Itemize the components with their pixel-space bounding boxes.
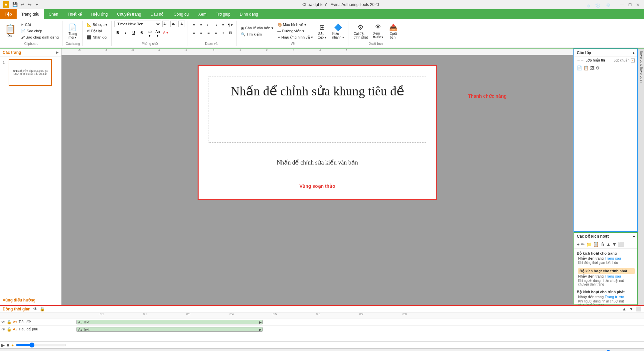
align-center[interactable]: ≡ xyxy=(198,29,205,36)
anim-play1-link-1[interactable]: Trang sau xyxy=(605,274,621,278)
font-name-select[interactable]: Times New Ron xyxy=(114,21,161,27)
tab-hieuung[interactable]: Hiệu ứng xyxy=(86,9,112,19)
anim-expand-icon[interactable]: ▸ xyxy=(633,234,635,239)
tab-congcu[interactable]: Công cụ xyxy=(169,9,194,19)
close-button[interactable]: ✕ xyxy=(635,1,641,8)
anim-delete-icon[interactable]: 🗑 xyxy=(600,242,605,247)
underline-button[interactable]: U xyxy=(130,29,137,36)
xemtruoc-button[interactable]: 👁 Xemtrước ▾ xyxy=(371,22,386,40)
tl-stop-btn[interactable]: ■ xyxy=(7,343,9,348)
tl-lock-icon[interactable]: 🔒 xyxy=(40,306,45,311)
track-eye-2[interactable]: 👁 xyxy=(1,327,5,332)
align-justify[interactable]: ≡ xyxy=(213,29,219,36)
title-frame[interactable]: Nhấn để chỉnh sửa khung tiêu đề xyxy=(209,76,426,143)
tim-kiem[interactable]: 🔍 Tìm kiếm xyxy=(240,32,275,37)
tl-marker-btn[interactable]: ● xyxy=(11,343,14,348)
tl-arrow-down-icon[interactable]: ▼ xyxy=(629,306,633,311)
extra-icon[interactable]: ▾ xyxy=(34,2,40,8)
minimize-button[interactable]: ─ xyxy=(619,1,625,8)
increase-indent-button[interactable]: ⇥ xyxy=(213,22,219,28)
cut-button[interactable]: ✂ Cắt xyxy=(20,22,60,28)
ab-button[interactable]: ab ▾ xyxy=(146,29,153,36)
redo-icon[interactable]: ↪ xyxy=(27,2,33,8)
anim-play2-link-1[interactable]: Trang trước xyxy=(605,295,624,299)
tl-zoom-slider[interactable] xyxy=(16,342,66,348)
align-left[interactable]: ≡ xyxy=(191,29,197,36)
tab-trangdau[interactable]: Trang đầu xyxy=(17,9,44,19)
duong-vien[interactable]: — Đường viền ▾ xyxy=(276,28,314,34)
list-number-button[interactable]: ≡ xyxy=(198,22,205,28)
layer-check-1[interactable] xyxy=(631,58,635,62)
canle-vanban[interactable]: ▣ Cân lề văn bản ▾ xyxy=(240,25,275,31)
align-right[interactable]: ≡ xyxy=(205,29,212,36)
font-size-reset[interactable]: A xyxy=(178,21,185,27)
anim-fullscreen-icon[interactable]: ⬜ xyxy=(618,242,624,247)
anim-edit-icon[interactable]: ✏ xyxy=(581,242,585,247)
datlai-button[interactable]: ↺ Đặt lại xyxy=(85,28,109,34)
copy-format-button[interactable]: 🖌 Sao chép định dạng xyxy=(20,35,60,40)
bold-button[interactable]: B xyxy=(114,29,121,36)
side-tab-dinhDang[interactable]: Định dạng định dạng xyxy=(639,49,644,85)
canle-button[interactable]: ≡ xyxy=(220,22,227,28)
hieu-ung-hinh[interactable]: ✦ Hiệu ứng hình vẽ ▾ xyxy=(276,35,314,40)
doan-button[interactable]: ¶ ▾ xyxy=(227,22,234,28)
track-bar-2[interactable]: Aↄ Text ▶ xyxy=(77,327,263,332)
image-layer-icon[interactable]: 🖼 xyxy=(590,65,594,70)
list-bullet-button[interactable]: ≡ xyxy=(191,22,197,28)
tl-expand-icon[interactable]: ⬜ xyxy=(636,306,641,311)
strikethrough-button[interactable]: S xyxy=(138,29,145,36)
anim-down-icon[interactable]: ▼ xyxy=(612,242,617,247)
tl-eye-icon[interactable]: 👁 xyxy=(33,306,38,311)
slide-canvas[interactable]: Nhấn để chỉnh sửa khung tiêu đề Nhấn để … xyxy=(198,65,437,200)
track-lock-2[interactable]: 🔒 xyxy=(7,327,12,332)
tab-thietke[interactable]: Thiết kế xyxy=(63,9,86,19)
sap-xep-button[interactable]: ⊞ Sắpxếp ▾ xyxy=(316,22,329,40)
copy-layer-icon[interactable]: 📋 xyxy=(583,65,589,70)
paste-button[interactable]: 📋 Dán xyxy=(3,23,18,39)
copy-button[interactable]: 📄 Sao chép xyxy=(20,28,60,34)
anim-page-link-1[interactable]: Trang sau xyxy=(605,256,621,260)
font-color-button[interactable]: A ▾ xyxy=(162,29,169,36)
tab-chuyentrang[interactable]: Chuyển trang xyxy=(112,9,146,19)
pages-expand-icon[interactable]: ▸ xyxy=(56,50,59,55)
settings-layer-icon[interactable]: ⚙ xyxy=(596,65,600,70)
mau-hinh-ve[interactable]: 🎨 Màu hình vẽ ▾ xyxy=(276,22,314,28)
tl-arrow-up-icon[interactable]: ▲ xyxy=(622,306,626,311)
columns[interactable]: ⊟ xyxy=(227,29,234,36)
anim-add-icon[interactable]: + xyxy=(577,242,579,247)
decrease-indent-button[interactable]: ⇤ xyxy=(205,22,212,28)
track-lock-1[interactable]: 🔒 xyxy=(7,320,12,324)
zoom-slider[interactable] xyxy=(598,350,624,351)
page-thumbnail-1[interactable]: Nhấn để chỉnh sửa khung tiêu đềNhấn để c… xyxy=(9,59,52,86)
track-content-2[interactable]: Aↄ Text ▶ xyxy=(77,326,644,333)
bocuc-button[interactable]: 📐 Bố cục ▾ xyxy=(85,22,109,28)
layers-expand-icon[interactable]: ▸ xyxy=(633,51,635,55)
anim-up-icon[interactable]: ▲ xyxy=(606,242,611,247)
tab-trogiup[interactable]: Trợ giúp xyxy=(211,9,235,19)
save-icon[interactable]: 💾 xyxy=(12,2,18,8)
nhandoi-button[interactable]: ⬛ Nhân đôi xyxy=(85,35,109,40)
anim-folder-icon[interactable]: 📁 xyxy=(586,242,592,247)
tl-play-btn[interactable]: ▶ xyxy=(1,343,5,348)
track-content-1[interactable]: Aↄ Text ▶ xyxy=(77,318,644,325)
tab-tep[interactable]: Tệp xyxy=(0,9,17,19)
xuatban-button[interactable]: 📤 Xuấtbản xyxy=(387,22,400,40)
caidat-button[interactable]: ⚙ Cài đặttrình phát xyxy=(352,22,370,40)
font-size-increase[interactable]: A+ xyxy=(162,21,169,27)
undo-icon[interactable]: ↩ xyxy=(19,2,25,8)
new-page-button[interactable]: 📄 Trangmới ▾ xyxy=(66,22,80,40)
tab-xem[interactable]: Xem xyxy=(194,9,211,19)
subtitle-frame[interactable]: Nhấn để chỉnh sửa kiểu văn bản xyxy=(209,159,426,172)
aa-button[interactable]: Aa ▾ xyxy=(154,29,161,36)
new-layer-icon[interactable]: 📄 xyxy=(577,65,582,70)
tab-dinhDang[interactable]: Định dạng xyxy=(235,9,263,19)
tab-cauhoi[interactable]: Câu hỏi xyxy=(146,9,169,19)
font-size-decrease[interactable]: A- xyxy=(170,21,177,27)
tab-chen[interactable]: Chèn xyxy=(44,9,63,19)
track-bar-1[interactable]: Aↄ Text ▶ xyxy=(77,320,263,324)
maximize-button[interactable]: □ xyxy=(627,1,633,8)
italic-button[interactable]: I xyxy=(122,29,129,36)
track-eye-1[interactable]: 👁 xyxy=(1,320,5,324)
line-spacing[interactable]: ↕ xyxy=(220,29,227,36)
kieu-button[interactable]: 🔷 Kiểunhanh ▾ xyxy=(330,22,346,40)
